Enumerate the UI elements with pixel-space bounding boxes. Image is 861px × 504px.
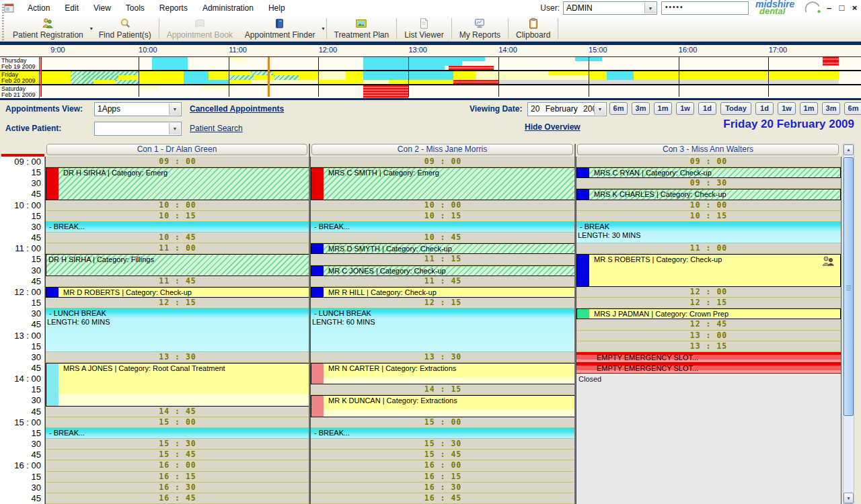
time-slot[interactable]: 15 : 45 — [46, 450, 309, 460]
appointment[interactable]: MR S ROBERTS | Category: Check-up — [576, 254, 841, 286]
range-button-6m[interactable]: 6m — [609, 102, 628, 115]
range-button-1m[interactable]: 1m — [800, 102, 818, 115]
time-slot[interactable]: 15 : 30 — [46, 439, 309, 450]
appointment[interactable]: DR H SIRHA | Category: Emerg — [46, 167, 309, 200]
appointment[interactable]: MRS K CHARLES | Category: Check-up — [576, 189, 841, 200]
emergency-slot[interactable]: EMPTY EMERGENCY SLOT... — [576, 352, 841, 363]
user-combobox[interactable]: ADMIN ▼ — [563, 1, 657, 15]
time-slot[interactable]: 13 : 00 — [576, 331, 841, 341]
range-button-1w[interactable]: 1w — [676, 102, 694, 115]
range-button-1d[interactable]: 1d — [698, 102, 716, 115]
range-button-3m[interactable]: 3m — [632, 102, 650, 115]
time-slot[interactable]: 11 : 45 — [311, 276, 575, 287]
time-slot[interactable]: 13 : 30 — [46, 352, 309, 363]
range-button-1d[interactable]: 1d — [755, 102, 774, 115]
scroll-up-button[interactable]: ▲ — [844, 144, 854, 155]
toolbar-button-clipboard[interactable]: Clipboard — [510, 16, 556, 41]
dropdown-caret-icon[interactable]: ▾ — [322, 26, 325, 32]
menu-item-tools[interactable]: Tools — [118, 1, 152, 16]
time-slot[interactable]: 16 : 15 — [311, 472, 575, 482]
scroll-down-button[interactable]: ▼ — [844, 493, 854, 503]
time-slot[interactable]: 14 : 45 — [46, 407, 309, 417]
appointments-view-combobox[interactable]: 1Apps ▼ — [94, 102, 182, 116]
active-patient-combobox[interactable]: ▼ — [94, 122, 182, 136]
menu-item-edit[interactable]: Edit — [57, 1, 86, 16]
appointment[interactable]: MR R HILL | Category: Check-up — [311, 287, 575, 298]
time-slot[interactable]: 16 : 30 — [46, 482, 309, 493]
break-block[interactable]: - LUNCH BREAKLENGTH: 60 MINS — [46, 308, 309, 352]
time-slot[interactable]: 09 : 00 — [311, 157, 575, 167]
time-slot[interactable]: 11 : 45 — [46, 276, 309, 287]
break-block[interactable]: - BREAK... — [46, 222, 309, 233]
time-slot[interactable]: 15 : 30 — [311, 439, 575, 450]
appointment[interactable]: MR K DUNCAN | Category: Extractions — [311, 395, 575, 417]
column-header-con-3-miss-ann-walters[interactable]: Con 3 - Miss Ann Walters — [577, 144, 839, 155]
menu-item-action[interactable]: Action — [20, 1, 57, 16]
toolbar-button-find-patient-s[interactable]: Find Patient(s) — [93, 16, 157, 41]
menu-item-reports[interactable]: Reports — [152, 1, 195, 16]
range-button-6m[interactable]: 6m — [844, 102, 861, 115]
range-button-1w[interactable]: 1w — [778, 102, 796, 115]
appointment[interactable]: DR H SIRHA | Category: Fillings — [46, 254, 309, 276]
overview-day-label[interactable]: ThursdayFeb 19 2009 — [0, 57, 40, 70]
time-slot[interactable]: 16 : 45 — [311, 493, 575, 504]
overview-day-row-saturday[interactable]: SaturdayFeb 21 2009 — [0, 85, 861, 99]
close-button[interactable]: × — [848, 0, 861, 16]
time-slot[interactable]: 16 : 15 — [46, 472, 309, 482]
range-button-today[interactable]: Today — [720, 102, 751, 115]
time-slot[interactable]: 15 : 00 — [311, 417, 575, 428]
range-button-1m[interactable]: 1m — [654, 102, 672, 115]
appointment[interactable]: MR D ROBERTS | Category: Check-up — [46, 287, 309, 298]
toolbar-button-my-reports[interactable]: My Reports — [453, 16, 507, 41]
scrollbar-thumb[interactable] — [844, 157, 854, 416]
menu-item-view[interactable]: View — [86, 1, 118, 16]
time-slot[interactable]: 14 : 15 — [311, 384, 575, 395]
time-slot[interactable]: 10 : 15 — [576, 211, 841, 222]
time-slot[interactable]: 11 : 15 — [311, 254, 575, 265]
overview-day-row-friday[interactable]: FridayFeb 20 2009 — [0, 71, 861, 85]
hide-overview-link[interactable]: Hide Overview — [525, 122, 581, 132]
appointment[interactable]: MR C JONES | Category: Check-up — [311, 265, 575, 276]
patient-search-link[interactable]: Patient Search — [190, 124, 243, 133]
time-slot[interactable]: 10 : 15 — [311, 211, 575, 222]
cancelled-appointments-link[interactable]: Cancelled Appointments — [190, 104, 284, 114]
toolbar-button-appointment-finder[interactable]: Appointment Finder▾ — [239, 16, 325, 41]
break-block[interactable]: - BREAKLENGTH: 30 MINS — [576, 222, 841, 243]
time-slot[interactable]: 09 : 00 — [46, 157, 309, 167]
toolbar-button-treatment-plan[interactable]: Treatment Plan — [328, 16, 396, 41]
toolbar-button-list-viewer[interactable]: List Viewer — [398, 16, 449, 41]
vertical-scrollbar[interactable]: ▲ ▼ — [843, 144, 854, 504]
break-block[interactable]: - BREAK... — [311, 428, 575, 439]
appointment[interactable]: MRS A JONES | Category: Root Canal Treat… — [46, 363, 309, 407]
chevron-down-icon[interactable]: ▼ — [169, 123, 180, 134]
minimize-button[interactable]: – — [823, 0, 835, 16]
appointment[interactable]: MRS D SMYTH | Category: Check-up — [311, 243, 575, 254]
time-slot[interactable]: 10 : 00 — [46, 200, 309, 211]
overview-day-label[interactable]: SaturdayFeb 21 2009 — [0, 85, 40, 98]
time-slot[interactable]: 09 : 30 — [576, 178, 841, 189]
time-slot[interactable]: 09 : 00 — [576, 157, 841, 167]
appointment[interactable]: MRS J PADMAN | Category: Crown Prep — [576, 308, 841, 319]
time-slot[interactable]: 12 : 45 — [576, 319, 841, 330]
range-button-3m[interactable]: 3m — [822, 102, 840, 115]
time-slot[interactable]: 13 : 15 — [576, 341, 841, 352]
column-header-con-2-miss-jane-morris[interactable]: Con 2 - Miss Jane Morris — [311, 144, 573, 155]
time-slot[interactable]: 16 : 00 — [46, 460, 309, 471]
time-slot[interactable]: 10 : 45 — [46, 233, 309, 243]
break-block[interactable]: - BREAK... — [311, 222, 575, 233]
column-header-con-1-dr-alan-green[interactable]: Con 1 - Dr Alan Green — [46, 144, 307, 155]
time-slot[interactable]: 12 : 15 — [311, 298, 575, 308]
time-slot[interactable]: 11 : 00 — [46, 243, 309, 254]
time-slot[interactable]: 15 : 00 — [46, 417, 309, 428]
overview-day-row-thursday[interactable]: ThursdayFeb 19 2009 — [0, 57, 861, 71]
time-slot[interactable]: 12 : 15 — [46, 298, 309, 308]
time-slot[interactable]: 16 : 45 — [46, 493, 309, 504]
chevron-down-icon[interactable]: ▼ — [594, 103, 605, 115]
break-block[interactable]: - LUNCH BREAKLENGTH: 60 MINS — [311, 308, 575, 352]
menu-item-help[interactable]: Help — [261, 1, 293, 16]
menu-item-administration[interactable]: Administration — [195, 1, 261, 16]
time-slot[interactable]: 10 : 15 — [46, 211, 309, 222]
viewing-date-combobox[interactable]: 20 February 2009 ▼ — [527, 102, 607, 116]
time-slot[interactable]: 15 : 45 — [311, 450, 575, 460]
toolbar-button-patient-registration[interactable]: Patient Registration▾ — [7, 16, 93, 41]
